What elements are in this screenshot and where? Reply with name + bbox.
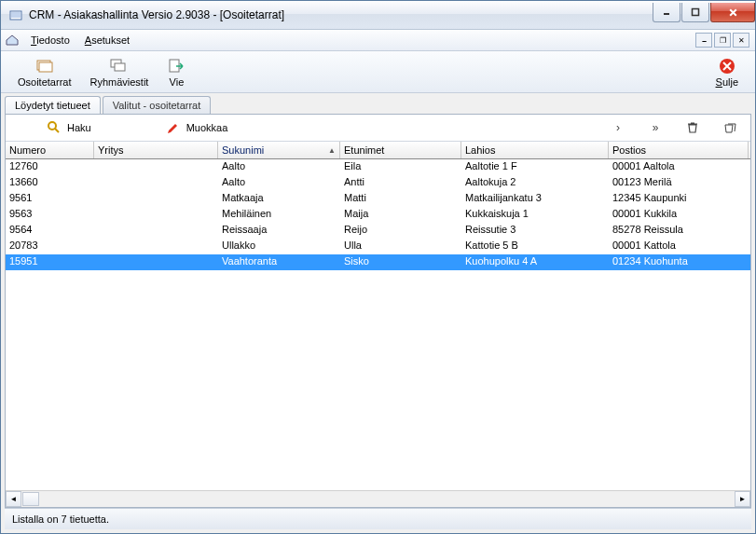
table-cell: Maija xyxy=(340,207,461,223)
table-cell: 12760 xyxy=(6,159,94,175)
table-cell: Aaltotie 1 F xyxy=(461,159,609,175)
table-cell: Kukkaiskuja 1 xyxy=(461,207,609,223)
ryhmaviestit-label: Ryhmäviestit xyxy=(89,76,148,88)
table-cell: Antti xyxy=(340,175,461,191)
horizontal-scrollbar[interactable]: ◄ ► xyxy=(6,490,750,507)
column-header[interactable]: Sukunimi▲ xyxy=(218,142,340,158)
haku-button[interactable]: Haku xyxy=(47,120,91,135)
table-cell xyxy=(94,175,218,191)
table-cell: Aalto xyxy=(218,159,340,175)
delete-all-button[interactable] xyxy=(721,118,739,137)
grid-header: NumeroYritysSukunimi▲EtunimetLahiosPosti… xyxy=(6,142,750,159)
table-cell: Sisko xyxy=(340,254,461,270)
tab-selected[interactable]: Valitut - osoitetarrat xyxy=(103,96,212,114)
osoitetarrat-button[interactable]: Osoitetarrat xyxy=(8,55,80,89)
column-header[interactable]: Etunimet xyxy=(340,142,461,158)
column-header[interactable]: Postios xyxy=(609,142,749,158)
ryhmaviestit-button[interactable]: Ryhmäviestit xyxy=(80,55,158,89)
close-red-icon xyxy=(718,57,736,75)
column-header[interactable]: Numero xyxy=(6,142,94,158)
table-cell: 12345 Kaupunki xyxy=(609,191,749,207)
mdi-minimize-button[interactable]: ‒ xyxy=(695,33,712,48)
table-cell: 85278 Reissula xyxy=(609,223,749,239)
table-cell xyxy=(94,239,218,254)
table-cell xyxy=(94,223,218,239)
muokkaa-button[interactable]: Muokkaa xyxy=(166,120,228,135)
table-cell: 9561 xyxy=(6,191,94,207)
search-icon xyxy=(47,120,62,135)
vie-button[interactable]: Vie xyxy=(158,55,195,89)
window-maximize-button[interactable] xyxy=(681,3,709,22)
scroll-thumb[interactable] xyxy=(22,492,39,506)
table-cell: Aalto xyxy=(218,175,340,191)
table-cell xyxy=(94,191,218,207)
statusbar: Listalla on 7 tietuetta. xyxy=(5,508,751,529)
table-cell: 00001 Kukkila xyxy=(609,207,749,223)
table-cell: Reijo xyxy=(340,223,461,239)
table-cell: Ulla xyxy=(340,239,461,254)
table-row[interactable]: 12760AaltoEilaAaltotie 1 F00001 Aaltola xyxy=(6,159,750,175)
table-cell: Aaltokuja 2 xyxy=(461,175,609,191)
home-icon xyxy=(5,33,20,48)
window-title: CRM - Asiakashallinta Versio 2.9038 - [O… xyxy=(29,8,652,21)
table-cell: 9563 xyxy=(6,207,94,223)
table-cell xyxy=(94,159,218,175)
svg-line-10 xyxy=(55,129,59,132)
table-cell xyxy=(94,207,218,223)
table-cell: Matkailijankatu 3 xyxy=(461,191,609,207)
menubar: Tiedosto Asetukset ‒ ❐ ✕ xyxy=(1,30,755,51)
table-row[interactable]: 13660AaltoAnttiAaltokuja 200123 Merilä xyxy=(6,175,750,191)
delete-button[interactable] xyxy=(683,118,702,137)
tab-found[interactable]: Löydetyt tietueet xyxy=(5,96,101,114)
table-cell: Kattotie 5 B xyxy=(461,239,609,254)
muokkaa-label: Muokkaa xyxy=(186,122,228,133)
table-row[interactable]: 9563MehiläinenMaijaKukkaiskuja 100001 Ku… xyxy=(6,207,750,223)
table-cell: Reissutie 3 xyxy=(461,223,609,239)
mdi-restore-button[interactable]: ❐ xyxy=(714,33,731,48)
main-toolbar: Osoitetarrat Ryhmäviestit Vie Sulje xyxy=(1,51,755,93)
sulje-label: Sulje xyxy=(716,76,738,88)
table-cell: 20783 xyxy=(6,239,94,254)
osoitetarrat-label: Osoitetarrat xyxy=(18,76,71,88)
nav-next-button[interactable]: › xyxy=(609,118,627,137)
svg-rect-2 xyxy=(693,9,699,16)
table-row[interactable]: 20783UllakkoUllaKattotie 5 B00001 Kattol… xyxy=(6,239,750,254)
svg-point-9 xyxy=(48,122,56,130)
column-header[interactable]: Lahios xyxy=(461,142,609,158)
mdi-close-button[interactable]: ✕ xyxy=(733,33,749,48)
table-cell: 15951 xyxy=(6,254,94,270)
svg-rect-6 xyxy=(115,63,125,71)
column-header[interactable]: Yritys xyxy=(94,142,218,158)
sulje-button[interactable]: Sulje xyxy=(707,55,748,89)
table-cell: Vaahtoranta xyxy=(218,254,340,270)
app-icon xyxy=(8,7,23,22)
window-close-button[interactable] xyxy=(710,3,755,22)
menu-settings[interactable]: Asetukset xyxy=(77,33,137,48)
scroll-left-button[interactable]: ◄ xyxy=(6,491,21,507)
table-cell: 00123 Merilä xyxy=(609,175,749,191)
nav-last-button[interactable]: » xyxy=(646,118,665,137)
table-cell: 13660 xyxy=(6,175,94,191)
labels-icon xyxy=(35,57,54,75)
table-cell: Ullakko xyxy=(218,239,340,254)
table-cell: 00001 Kattola xyxy=(609,239,749,254)
table-row[interactable]: 9564ReissaajaReijoReissutie 385278 Reiss… xyxy=(6,223,750,239)
group-message-icon xyxy=(110,57,129,75)
grid-body[interactable]: 12760AaltoEilaAaltotie 1 F00001 Aaltola1… xyxy=(6,159,750,490)
panel-toolbar: Haku Muokkaa › » xyxy=(6,115,750,142)
edit-icon xyxy=(166,120,181,135)
table-cell: Reissaaja xyxy=(218,223,340,239)
table-row[interactable]: 9561MatkaajaMattiMatkailijankatu 312345 … xyxy=(6,191,750,207)
window-minimize-button[interactable] xyxy=(653,3,680,22)
table-cell: 00001 Aaltola xyxy=(609,159,749,175)
scroll-right-button[interactable]: ► xyxy=(735,491,750,507)
tabstrip: Löydetyt tietueet Valitut - osoitetarrat xyxy=(1,93,755,114)
table-cell: 01234 Kuohunta xyxy=(609,254,749,270)
table-cell: Eila xyxy=(340,159,461,175)
table-cell: Matti xyxy=(340,191,461,207)
table-cell: Matkaaja xyxy=(218,191,340,207)
table-row[interactable]: 15951VaahtorantaSiskoKuohupolku 4 A01234… xyxy=(6,254,750,270)
menu-file[interactable]: Tiedosto xyxy=(23,33,77,48)
table-cell xyxy=(94,254,218,270)
trash-icon xyxy=(686,121,699,134)
